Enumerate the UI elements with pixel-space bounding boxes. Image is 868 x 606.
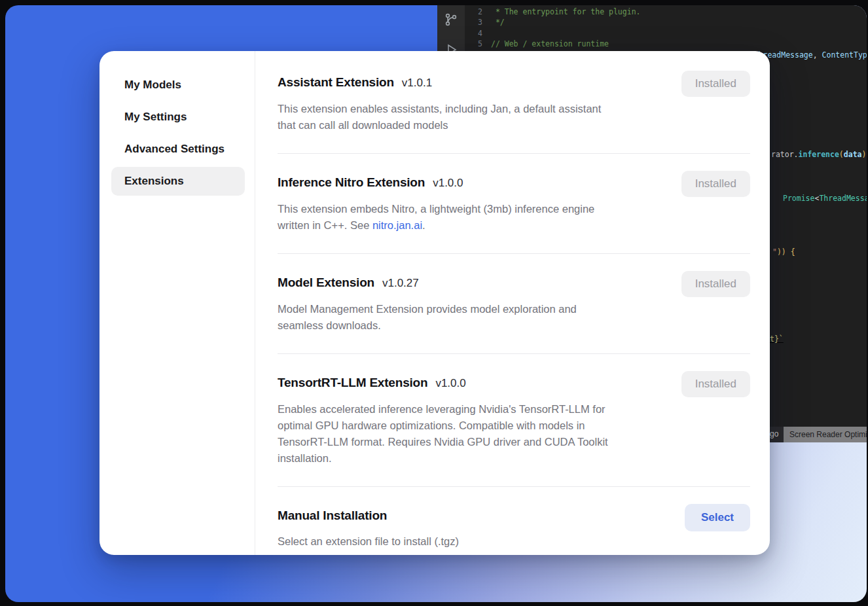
extension-row: Manual Installation Select an extension … [278,487,750,555]
extension-row: Model Extension v1.0.27 Model Management… [278,254,750,354]
sidebar-item-label: My Settings [124,111,187,123]
code-line: 2 * The entrypoint for the plugin. [465,7,867,17]
code-fragment: Promise<ThreadMessage> [783,194,867,204]
sidebar-item-my-models[interactable]: My Models [111,71,245,99]
extension-description: Enables accelerated inference leveraging… [278,401,608,467]
line-number: 2 [465,7,491,17]
select-button[interactable]: Select [685,504,750,531]
sidebar-item-label: Extensions [124,175,184,187]
extension-description: This extension enables assistants, inclu… [278,101,601,134]
code-fragment: ")) { [772,247,795,257]
sidebar-item-label: Advanced Settings [124,143,225,155]
sidebar-item-my-settings[interactable]: My Settings [111,103,245,132]
code-fragment: rator.inference(data)); [771,150,867,160]
settings-modal: My Models My Settings Advanced Settings … [99,51,770,555]
sidebar-item-label: My Models [124,79,181,91]
extension-name: Manual Installation [278,507,387,524]
extension-name: Inference Nitro Extension [278,173,425,191]
extension-name: Assistant Extension [278,73,394,91]
code-line: 5 // Web / extension runtime [465,39,867,49]
status-text: go [770,429,778,438]
extension-description: This extension embeds Nitro, a lightweig… [278,201,594,234]
line-number: 4 [465,28,491,39]
extension-description: Select an extension file to install (.tg… [278,533,459,550]
code-line: 3 */ [465,17,867,27]
sidebar-item-advanced-settings[interactable]: Advanced Settings [111,135,245,164]
installed-button[interactable]: Installed [681,71,750,97]
extension-version: v1.0.0 [433,174,463,192]
code-line: 4 [465,28,867,39]
settings-sidebar: My Models My Settings Advanced Settings … [99,51,255,555]
code-text: * The entrypoint for the plugin. [491,7,640,17]
extension-row: Assistant Extension v1.0.1 This extensio… [278,54,750,154]
installed-button[interactable]: Installed [681,171,750,197]
code-text: */ [491,17,505,27]
installed-button[interactable]: Installed [681,271,750,297]
extension-description: Model Management Extension provides mode… [278,301,577,334]
hero-background: 2 * The entrypoint for the plugin. 3 */ … [5,5,867,602]
line-number: 5 [465,39,491,49]
extension-row: Inference Nitro Extension v1.0.0 This ex… [278,154,750,254]
sidebar-item-extensions[interactable]: Extensions [111,167,245,196]
code-fragment: t}` [770,334,784,344]
extension-row: TensortRT-LLM Extension v1.0.0 Enables a… [278,354,750,487]
extension-version: v1.0.0 [435,374,465,392]
extension-name: Model Extension [278,274,374,291]
extensions-list: Assistant Extension v1.0.1 This extensio… [255,51,770,555]
line-number: 3 [465,17,491,27]
screen-reader-status[interactable]: Screen Reader Optimized [784,427,867,442]
source-control-icon[interactable] [443,12,459,27]
code-text: // Web / extension runtime [491,39,609,49]
nitro-jan-ai-link[interactable]: nitro.jan.ai [372,219,422,231]
installed-button[interactable]: Installed [681,371,750,397]
extension-version: v1.0.27 [382,274,419,292]
extension-version: v1.0.1 [402,74,432,92]
extension-name: TensortRT-LLM Extension [278,374,427,391]
